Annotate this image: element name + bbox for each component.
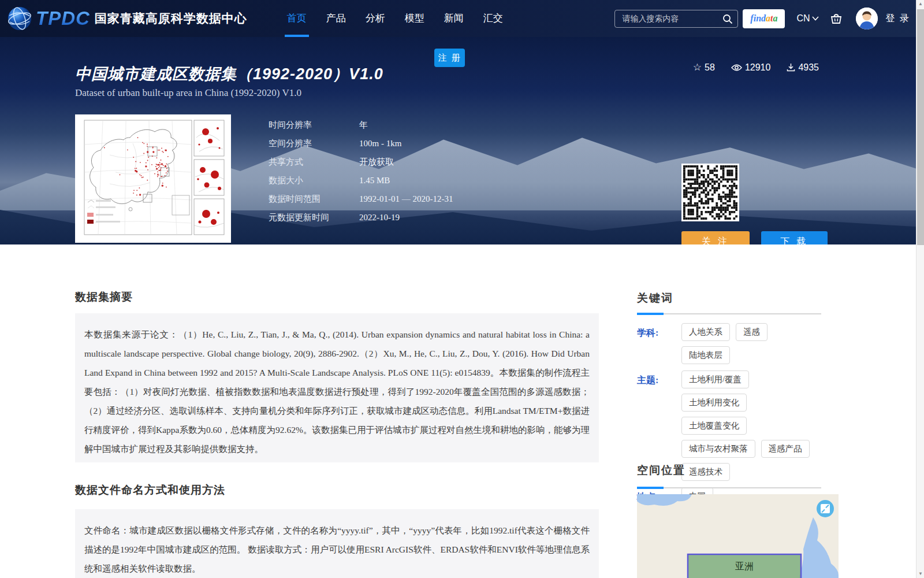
meta-row: 时间分辨率年 <box>269 116 453 134</box>
brand-name: 国家青藏高原科学数据中心 <box>95 10 247 27</box>
metadata-table: 时间分辨率年空间分辨率100m - 1km共享方式开放获取数据大小1.45 MB… <box>269 116 453 227</box>
keywords-rule <box>637 313 821 314</box>
dataset-title: 中国城市建成区数据集（1992-2020）V1.0 <box>75 64 383 84</box>
findata-letter: a <box>766 13 770 23</box>
meta-label: 元数据更新时间 <box>269 212 359 223</box>
favorite-stat[interactable]: ☆ 58 <box>693 61 715 73</box>
scrollbar-down-arrow[interactable]: ▼ <box>916 570 924 578</box>
meta-value: 100m - 1km <box>359 139 401 149</box>
download-button[interactable]: 下 载 <box>761 231 828 244</box>
nav-menu: 首页产品分析模型新闻汇交 <box>277 0 513 37</box>
findata-button[interactable]: findata <box>743 9 785 28</box>
search-icon[interactable] <box>722 13 733 25</box>
downloads-count: 4935 <box>798 62 819 73</box>
nav-item-2[interactable]: 分析 <box>366 0 385 37</box>
abstract-heading: 数据集摘要 <box>75 290 133 305</box>
page-content: 数据集摘要 本数据集来源于论文：（1）He, C., Liu, Z., Tian… <box>0 244 924 578</box>
nav-item-4[interactable]: 新闻 <box>444 0 464 37</box>
cart-icon[interactable] <box>829 12 843 25</box>
avatar-image <box>856 8 878 29</box>
meta-value: 1.45 MB <box>359 176 390 186</box>
register-badge[interactable]: 注 册 <box>434 49 465 67</box>
hero-banner: 注 册 中国城市建成区数据集（1992-2020）V1.0 Dataset of… <box>0 37 924 244</box>
fullscreen-icon <box>821 504 830 513</box>
favorite-count: 58 <box>705 62 715 73</box>
keyword-group-label: 学科: <box>637 323 681 369</box>
brand-acronym: TPDC <box>36 8 90 29</box>
keyword-tag[interactable]: 土地利用变化 <box>681 394 747 412</box>
star-icon: ☆ <box>693 61 702 73</box>
avatar[interactable] <box>856 8 878 29</box>
globe-logo-icon <box>6 5 33 32</box>
location-rule <box>637 487 821 488</box>
qr-code <box>681 164 739 221</box>
views-stat: 12910 <box>731 62 771 73</box>
map-fullscreen-button[interactable] <box>817 500 834 517</box>
page-scrollbar[interactable]: ▲ ▼ <box>916 0 924 578</box>
login-button[interactable]: 登 录 <box>886 13 910 25</box>
location-heading: 空间位置 <box>637 463 685 478</box>
download-count-icon <box>787 63 795 72</box>
sidebar: 关键词 学科:人地关系遥感陆地表层主题:土地利用/覆盖土地利用变化土地覆盖变化城… <box>637 244 821 246</box>
keywords-heading: 关键词 <box>637 291 673 306</box>
findata-letter: a <box>773 13 778 23</box>
location-map[interactable]: 亚洲 <box>637 494 839 578</box>
meta-row: 空间分辨率100m - 1km <box>269 134 453 153</box>
nav-item-3[interactable]: 模型 <box>405 0 424 37</box>
navbar: TPDC 国家青藏高原科学数据中心 首页产品分析模型新闻汇交 findata C… <box>0 0 924 37</box>
location-map-canvas: 亚洲 <box>637 494 839 578</box>
chevron-down-icon <box>812 16 819 21</box>
meta-row: 数据时间范围1992-01-01 — 2020-12-31 <box>269 190 453 208</box>
keyword-tag[interactable]: 遥感 <box>736 323 767 341</box>
dataset-thumbnail-map[interactable] <box>75 114 231 243</box>
keyword-tag[interactable]: 遥感产品 <box>761 440 810 458</box>
keyword-tag[interactable]: 土地利用/覆盖 <box>681 370 749 388</box>
meta-label: 时间分辨率 <box>269 120 359 131</box>
meta-row: 共享方式开放获取 <box>269 153 453 171</box>
scrollbar-up-arrow[interactable]: ▲ <box>916 0 924 8</box>
abstract-body: 本数据集来源于论文：（1）He, C., Liu, Z., Tian, J., … <box>75 313 599 462</box>
meta-label: 数据大小 <box>269 175 359 186</box>
keyword-tag[interactable]: 城市与农村聚落 <box>681 440 755 458</box>
language-switcher[interactable]: CN <box>796 13 818 24</box>
meta-value: 1992-01-01 — 2020-12-31 <box>359 194 453 204</box>
dataset-stats: ☆ 58 12910 4935 <box>677 61 819 73</box>
nav-right: findata CN 登 录 <box>614 8 910 29</box>
keyword-tag[interactable]: 人地关系 <box>681 323 730 341</box>
keyword-tag[interactable]: 遥感技术 <box>681 463 730 481</box>
language-label: CN <box>796 13 810 24</box>
meta-row: 元数据更新时间2022-10-19 <box>269 208 453 227</box>
china-urban-figure <box>75 114 231 243</box>
meta-row: 数据大小1.45 MB <box>269 171 453 190</box>
dataset-subtitle-en: Dataset of urban built-up area in China … <box>75 87 301 99</box>
usage-body: 文件命名：城市建成区数据以栅格文件形式存储，文件的名称为“yyyy.tif”，其… <box>75 509 599 578</box>
keyword-tags: 人地关系遥感陆地表层 <box>681 323 821 369</box>
scrollbar-thumb[interactable] <box>917 9 924 245</box>
nav-item-1[interactable]: 产品 <box>326 0 346 37</box>
follow-button[interactable]: 关 注 <box>681 231 750 244</box>
search-input[interactable] <box>615 14 737 23</box>
map-region-label: 亚洲 <box>735 561 754 571</box>
meta-value: 年 <box>359 120 368 131</box>
brand-logo[interactable]: TPDC 国家青藏高原科学数据中心 <box>6 5 247 32</box>
meta-label: 空间分辨率 <box>269 138 359 149</box>
keyword-tags: 土地利用/覆盖土地利用变化土地覆盖变化城市与农村聚落遥感产品遥感技术 <box>681 370 821 486</box>
nav-item-0[interactable]: 首页 <box>287 0 307 37</box>
keyword-tag[interactable]: 陆地表层 <box>681 346 730 364</box>
nav-item-5[interactable]: 汇交 <box>483 0 503 37</box>
meta-value: 2022-10-19 <box>359 213 400 223</box>
meta-value: 开放获取 <box>359 157 394 168</box>
keyword-tag[interactable]: 土地覆盖变化 <box>681 417 747 435</box>
views-count: 12910 <box>745 62 771 73</box>
eye-icon <box>731 64 742 72</box>
downloads-stat: 4935 <box>787 62 819 73</box>
search-box <box>614 10 738 28</box>
meta-label: 数据时间范围 <box>269 194 359 205</box>
keyword-group: 学科:人地关系遥感陆地表层 <box>637 323 821 369</box>
findata-letter: d <box>761 13 766 23</box>
findata-letter: n <box>756 13 761 23</box>
meta-label: 共享方式 <box>269 157 359 168</box>
usage-heading: 数据文件命名方式和使用方法 <box>75 483 225 498</box>
